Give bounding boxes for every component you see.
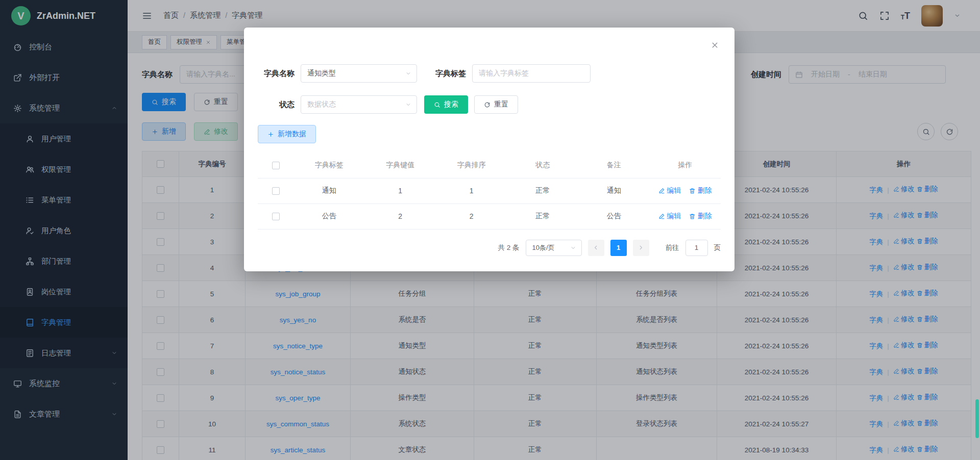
row-delete-link[interactable]: 删除	[689, 186, 712, 195]
cell-status: 正常	[507, 203, 579, 229]
modal-col-header: 字典标签	[293, 152, 365, 178]
goto-label: 前往	[666, 243, 679, 252]
row-checkbox[interactable]	[272, 187, 280, 195]
plus-icon	[267, 131, 274, 138]
page-1-button[interactable]: 1	[610, 240, 627, 256]
edit-icon	[658, 188, 665, 194]
select-all-checkbox[interactable]	[272, 162, 280, 169]
cell-label: 公告	[293, 203, 365, 229]
modal-dict-label-label: 字典标签	[435, 69, 466, 79]
cell-actions: 编辑删除	[650, 178, 721, 203]
row-delete-link[interactable]: 删除	[689, 212, 712, 221]
modal-col-header: 字典键值	[365, 152, 436, 178]
modal-reset-button[interactable]: 重置	[474, 95, 518, 114]
modal-dict-name-label: 字典名称	[258, 69, 295, 79]
modal-col-header: 字典排序	[436, 152, 507, 178]
cell-sort: 2	[436, 203, 507, 229]
dict-data-table: 字典标签字典键值字典排序状态备注操作 通知11正常通知编辑删除公告22正常公告编…	[258, 152, 721, 229]
modal-table-row: 通知11正常通知编辑删除	[258, 178, 721, 203]
close-icon[interactable]	[710, 41, 719, 49]
status-select-placeholder: 数据状态	[307, 100, 336, 109]
modal-toolbar-row: 新增数据	[258, 125, 721, 143]
modal-col-header: 状态	[507, 152, 579, 178]
chevron-down-icon	[405, 101, 411, 108]
dict-label-input[interactable]: 请输入字典标签	[472, 64, 591, 83]
chevron-down-icon	[570, 245, 576, 251]
page-size-select[interactable]: 10条/页	[526, 240, 582, 256]
dict-data-modal: 字典名称 通知类型 字典标签 请输入字典标签 状态 数据状态 搜索 重置 新增数…	[244, 28, 734, 271]
dict-label-placeholder: 请输入字典标签	[479, 69, 529, 78]
modal-form-row-1: 字典名称 通知类型 字典标签 请输入字典标签	[258, 64, 721, 83]
cell-status: 正常	[507, 178, 579, 203]
row-edit-link[interactable]: 编辑	[658, 212, 681, 221]
search-icon	[434, 101, 440, 108]
modal-table-header-row: 字典标签字典键值字典排序状态备注操作	[258, 152, 721, 178]
modal-col-header: 备注	[578, 152, 650, 178]
row-checkbox[interactable]	[272, 213, 280, 220]
modal-col-header: 操作	[650, 152, 721, 178]
cell-actions: 编辑删除	[650, 203, 721, 229]
pagination-total: 共 2 条	[498, 243, 519, 252]
row-edit-link[interactable]: 编辑	[658, 186, 681, 195]
cell-remark: 通知	[578, 178, 650, 203]
pagination: 共 2 条 10条/页 1 前往 1 页	[258, 240, 721, 256]
chevron-left-icon	[593, 244, 599, 251]
delete-icon	[689, 213, 696, 220]
next-page-button[interactable]	[633, 240, 649, 256]
page-unit-label: 页	[714, 243, 721, 252]
edit-icon	[658, 213, 665, 220]
add-data-button[interactable]: 新增数据	[258, 125, 316, 143]
chevron-down-icon	[405, 70, 411, 76]
status-select[interactable]: 数据状态	[301, 95, 417, 114]
goto-page-input[interactable]: 1	[685, 240, 708, 256]
modal-form-row-2: 状态 数据状态 搜索 重置	[258, 95, 721, 114]
page-size-value: 10条/页	[532, 243, 555, 252]
scrollbar[interactable]	[975, 399, 979, 438]
dict-name-select[interactable]: 通知类型	[301, 64, 417, 83]
cell-label: 通知	[293, 178, 365, 203]
cell-value: 1	[365, 178, 436, 203]
cell-value: 2	[365, 203, 436, 229]
cell-remark: 公告	[578, 203, 650, 229]
modal-status-label: 状态	[258, 100, 295, 110]
modal-table-row: 公告22正常公告编辑删除	[258, 203, 721, 229]
modal-search-button[interactable]: 搜索	[424, 95, 468, 114]
cell-sort: 1	[436, 178, 507, 203]
refresh-icon	[484, 101, 491, 108]
delete-icon	[689, 188, 696, 194]
prev-page-button[interactable]	[588, 240, 604, 256]
dict-name-select-value: 通知类型	[307, 69, 336, 78]
chevron-right-icon	[638, 244, 644, 251]
